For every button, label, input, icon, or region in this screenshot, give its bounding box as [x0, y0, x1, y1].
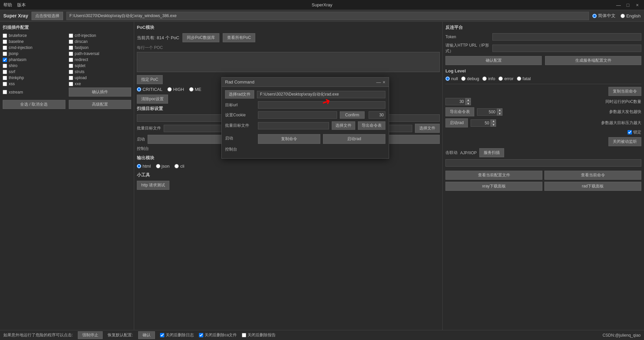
lang-simplified-option[interactable]: 简体中文	[592, 13, 615, 19]
app-title: Super Xray	[3, 13, 28, 18]
close-del-report-checkbox[interactable]: 关闭后删除报告	[242, 332, 276, 338]
plugin-ssrf[interactable]: ssrf	[3, 69, 65, 74]
plugin-bruteforce[interactable]: bruteforce	[3, 33, 65, 38]
plugin-crlf-injection[interactable]: crlf-injection	[69, 33, 131, 38]
batch-input[interactable]	[258, 122, 329, 129]
plugin-baseline[interactable]: baseline	[3, 39, 65, 44]
sync-poc-button[interactable]: 同步PoC数据库	[182, 33, 219, 42]
export-up[interactable]: ▲	[497, 108, 502, 112]
start-rad-button[interactable]: 启动rad	[445, 118, 468, 127]
select-rad-row: 选择rad文件	[225, 90, 385, 99]
service-scan-button[interactable]: 服务扫描	[479, 148, 504, 157]
select-rad-file-button[interactable]: 选择rad文件	[225, 90, 254, 99]
rad-target-url-input[interactable]	[258, 101, 385, 109]
restore-confirm-button[interactable]: 确认	[138, 331, 155, 339]
log-debug[interactable]: debug	[461, 76, 479, 81]
plugin-path-traversal[interactable]: path-traversal	[69, 51, 131, 56]
gen-config-button[interactable]: 生成服务端配置文件	[545, 56, 641, 65]
select-batch-file-button[interactable]: 选择文件	[415, 124, 440, 133]
log-info[interactable]: info	[482, 76, 495, 81]
extra-input[interactable]	[445, 159, 641, 167]
dialog-minimize[interactable]: —	[376, 79, 381, 85]
clear-poc-button[interactable]: 清除poc设置	[137, 95, 168, 104]
token-input[interactable]	[492, 33, 641, 41]
view-cmd-button[interactable]: 查看当前命令	[544, 171, 641, 180]
plugin-fastjson[interactable]: fastjson	[69, 45, 131, 50]
poc-textarea[interactable]	[137, 52, 440, 72]
log-fatal[interactable]: fatal	[517, 76, 531, 81]
plugin-sqldet[interactable]: sqldet	[69, 63, 131, 68]
plugin-cmd-injection[interactable]: cmd-injection	[3, 45, 65, 50]
http-test-button[interactable]: http 请求测试	[137, 181, 169, 190]
close-del-log-checkbox[interactable]: 关闭后删除日志	[160, 332, 194, 338]
select-file-button[interactable]: 点击按钮选择	[32, 12, 63, 20]
copy-current-cmd-button[interactable]: 复制当前命令	[608, 87, 641, 96]
advanced-config-button[interactable]: 高级配置	[69, 100, 131, 109]
select-all-button[interactable]: 全选 / 取消全选	[3, 100, 65, 109]
window-title: SuperXray	[312, 2, 332, 7]
dialog-close[interactable]: ×	[383, 79, 385, 85]
plugin-xss[interactable]: xss	[3, 81, 65, 86]
plugin-struts[interactable]: struts	[69, 69, 131, 74]
plugin-jsonp[interactable]: jsonp	[3, 51, 65, 56]
poc-count-input[interactable]	[445, 98, 466, 105]
lang-english-option[interactable]: English	[621, 13, 641, 18]
confirm-config-button[interactable]: 确认配置	[445, 56, 542, 65]
menu-bar: 帮助 版本	[3, 2, 26, 8]
cookie-input[interactable]	[258, 111, 337, 119]
minimize-btn[interactable]: —	[615, 2, 622, 8]
xray-download-button[interactable]: xray下载面板	[445, 182, 542, 191]
export-cmd-row: 导出命令表 ▲ ▼ 参数越大发包越快	[445, 107, 641, 116]
start-rad-dialog-button[interactable]: 启动rad	[323, 134, 385, 144]
specify-poc-button[interactable]: 指定 PoC	[137, 75, 163, 84]
view-all-poc-button[interactable]: 查看所有PoC	[223, 33, 255, 42]
severity-high[interactable]: HIGH	[167, 87, 184, 92]
severity-critical[interactable]: CRITICAL	[137, 87, 162, 92]
rad-up[interactable]: ▲	[491, 119, 496, 123]
force-stop-button[interactable]: 强制停止	[78, 331, 103, 339]
plugin-upload[interactable]: upload	[69, 75, 131, 80]
maximize-btn[interactable]: □	[625, 2, 631, 8]
export-spinbox-input[interactable]	[477, 108, 497, 116]
plugin-redirect[interactable]: redirect	[69, 57, 131, 62]
close-del-ca-checkbox[interactable]: 关闭后删除ca文件	[199, 332, 237, 338]
plugin-xxe[interactable]: xxe	[69, 81, 131, 86]
http-url-label: 请输入HTTP URL（IP形式）	[445, 43, 492, 54]
close-btn[interactable]: ×	[634, 2, 641, 8]
rad-spinbox-input[interactable]	[471, 119, 491, 127]
menu-version[interactable]: 版本	[17, 2, 26, 8]
plugin-shiro[interactable]: shiro	[3, 63, 65, 68]
log-null[interactable]: null	[445, 76, 458, 81]
severity-me[interactable]: ME	[189, 87, 202, 92]
output-html[interactable]: html	[137, 164, 151, 169]
log-error[interactable]: error	[498, 76, 513, 81]
plugin-dirscan[interactable]: dirscan	[69, 39, 131, 44]
view-config-button[interactable]: 查看当前配置文件	[445, 171, 542, 180]
close-passive-button[interactable]: 关闭被动监听	[608, 137, 641, 146]
export-cmd-dialog-button[interactable]: 导出命令表	[358, 121, 385, 130]
export-cmd-button[interactable]: 导出命令表	[445, 107, 474, 116]
plugin-xstream[interactable]: xstream	[3, 88, 65, 97]
poc-count-down[interactable]: ▼	[466, 102, 471, 105]
export-down[interactable]: ▼	[497, 112, 502, 116]
rad-command-dialog: Rad Command — × 选择rad文件 目标url 设置Cookie C…	[221, 77, 389, 159]
window-controls: — □ ×	[615, 2, 641, 8]
http-url-input[interactable]	[492, 45, 641, 52]
select-batch-button[interactable]: 选择文件	[332, 121, 355, 130]
copy-cmd-dialog-button[interactable]: 复制命令	[258, 134, 320, 144]
plugin-phantasm[interactable]: phantasm	[3, 57, 65, 62]
rad-file-input[interactable]	[257, 91, 385, 98]
file-path-display: F:\Users\30270\Desktop\xray自动化\xray_wind…	[66, 12, 589, 20]
poc-count-up[interactable]: ▲	[466, 98, 471, 102]
rad-down[interactable]: ▼	[491, 123, 496, 127]
close-del-ca-label: 关闭后删除ca文件	[205, 332, 237, 338]
output-json[interactable]: json	[156, 164, 170, 169]
menu-help[interactable]: 帮助	[3, 2, 12, 8]
confirm-button[interactable]: Confirm	[340, 111, 365, 119]
output-cli[interactable]: cli	[174, 164, 184, 169]
confirm-plugins-button[interactable]: 确认插件	[69, 88, 131, 97]
confirm-spinbox[interactable]	[369, 111, 385, 119]
plugin-thinkphp[interactable]: thinkphp	[3, 75, 65, 80]
rad-download-button[interactable]: rad下载面板	[544, 182, 641, 191]
lock-checkbox[interactable]: 锁定	[628, 129, 641, 135]
